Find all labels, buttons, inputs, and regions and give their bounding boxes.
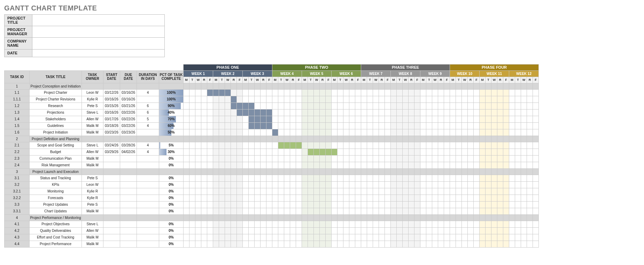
gantt-cell[interactable] (420, 136, 426, 142)
gantt-cell[interactable] (337, 201, 343, 208)
gantt-cell[interactable] (314, 155, 320, 162)
gantt-cell[interactable] (201, 227, 207, 234)
gantt-cell[interactable] (237, 181, 243, 188)
gantt-cell[interactable] (474, 227, 480, 234)
gantt-cell[interactable] (426, 227, 432, 234)
task-pct-cell[interactable]: 60% (159, 122, 184, 129)
gantt-cell[interactable] (486, 188, 491, 195)
gantt-cell[interactable] (456, 221, 462, 227)
gantt-cell[interactable] (379, 175, 385, 181)
gantt-cell[interactable] (420, 142, 426, 149)
gantt-cell[interactable] (332, 83, 337, 89)
task-owner-cell[interactable] (82, 214, 103, 221)
gantt-cell[interactable] (343, 142, 349, 149)
gantt-cell[interactable] (225, 162, 231, 168)
gantt-cell[interactable] (332, 195, 337, 201)
gantt-cell[interactable] (468, 214, 474, 221)
gantt-cell[interactable] (184, 142, 189, 149)
gantt-cell[interactable] (533, 241, 539, 247)
gantt-cell[interactable] (255, 168, 261, 175)
gantt-cell[interactable] (337, 142, 343, 149)
gantt-cell[interactable] (497, 96, 503, 103)
gantt-cell[interactable] (302, 142, 308, 149)
gantt-cell[interactable] (397, 149, 403, 155)
task-title-cell[interactable]: Projections (30, 109, 82, 116)
gantt-cell[interactable] (450, 149, 456, 155)
gantt-cell[interactable] (184, 83, 189, 89)
gantt-cell[interactable] (261, 136, 266, 142)
gantt-cell[interactable] (450, 96, 456, 103)
gantt-cell[interactable] (509, 155, 515, 162)
gantt-cell[interactable] (509, 201, 515, 208)
task-start-cell[interactable] (103, 208, 120, 214)
gantt-cell[interactable] (373, 162, 379, 168)
gantt-cell[interactable] (521, 227, 527, 234)
gantt-cell[interactable] (332, 241, 337, 247)
gantt-cell[interactable] (249, 175, 255, 181)
gantt-cell[interactable] (397, 89, 403, 96)
gantt-cell[interactable] (302, 109, 308, 116)
gantt-cell[interactable] (420, 89, 426, 96)
gantt-cell[interactable] (432, 188, 438, 195)
task-due-cell[interactable]: 03/16/26 (120, 96, 137, 103)
gantt-cell[interactable] (403, 175, 409, 181)
gantt-cell[interactable] (272, 175, 278, 181)
gantt-cell[interactable] (361, 109, 367, 116)
gantt-cell[interactable] (462, 129, 468, 136)
task-owner-cell[interactable] (82, 136, 103, 142)
gantt-cell[interactable] (515, 208, 521, 214)
task-dur-cell[interactable]: 6 (137, 109, 159, 116)
gantt-cell[interactable] (373, 136, 379, 142)
task-start-cell[interactable] (103, 155, 120, 162)
gantt-cell[interactable] (426, 181, 432, 188)
gantt-cell[interactable] (201, 188, 207, 195)
gantt-cell[interactable] (462, 201, 468, 208)
gantt-cell[interactable] (480, 188, 486, 195)
gantt-cell[interactable] (480, 175, 486, 181)
gantt-cell[interactable] (515, 221, 521, 227)
gantt-cell[interactable] (213, 168, 219, 175)
gantt-cell[interactable] (474, 195, 480, 201)
gantt-cell[interactable] (367, 116, 373, 122)
gantt-cell[interactable] (308, 168, 314, 175)
gantt-cell[interactable] (243, 129, 249, 136)
gantt-cell[interactable] (219, 201, 225, 208)
gantt-cell[interactable] (349, 201, 355, 208)
gantt-cell[interactable] (326, 234, 332, 241)
gantt-cell[interactable] (290, 109, 296, 116)
gantt-cell[interactable] (355, 122, 361, 129)
gantt-cell[interactable] (219, 149, 225, 155)
gantt-cell[interactable] (420, 83, 426, 89)
gantt-cell[interactable] (237, 221, 243, 227)
gantt-cell[interactable] (432, 116, 438, 122)
gantt-cell[interactable] (444, 96, 450, 103)
gantt-cell[interactable] (533, 188, 539, 195)
gantt-cell[interactable] (462, 89, 468, 96)
gantt-cell[interactable] (237, 142, 243, 149)
gantt-cell[interactable] (385, 214, 391, 221)
gantt-cell[interactable] (219, 214, 225, 221)
gantt-cell[interactable] (272, 221, 278, 227)
gantt-cell[interactable] (521, 195, 527, 201)
gantt-cell[interactable] (337, 129, 343, 136)
gantt-cell[interactable] (497, 241, 503, 247)
gantt-cell[interactable] (302, 129, 308, 136)
gantt-cell[interactable] (302, 241, 308, 247)
gantt-cell[interactable] (426, 168, 432, 175)
gantt-cell[interactable] (456, 241, 462, 247)
gantt-cell[interactable] (184, 208, 189, 214)
gantt-cell[interactable] (261, 103, 266, 109)
gantt-cell[interactable] (527, 168, 533, 175)
gantt-cell[interactable] (491, 175, 497, 181)
task-due-cell[interactable]: 03/28/26 (120, 142, 137, 149)
gantt-cell[interactable] (450, 103, 456, 109)
gantt-cell[interactable] (491, 162, 497, 168)
gantt-cell[interactable] (515, 214, 521, 221)
gantt-cell[interactable] (320, 149, 326, 155)
gantt-cell[interactable] (397, 208, 403, 214)
gantt-cell[interactable] (367, 129, 373, 136)
gantt-cell[interactable] (320, 122, 326, 129)
gantt-cell[interactable] (261, 162, 266, 168)
gantt-cell[interactable] (432, 109, 438, 116)
gantt-cell[interactable] (343, 227, 349, 234)
